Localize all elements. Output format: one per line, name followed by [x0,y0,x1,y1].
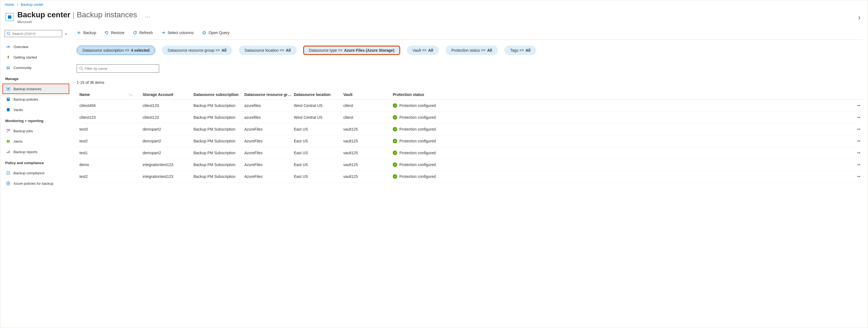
restore-icon [104,31,109,35]
col-rg[interactable]: Datasource resource gr… [244,92,294,97]
success-icon: ✓ [393,162,397,167]
refresh-icon [133,31,137,35]
name-filter[interactable] [77,64,159,72]
table-row[interactable]: test2demopart2Backup PM SubscriptionAzur… [77,135,863,147]
row-menu-icon[interactable]: •• [857,103,863,108]
sidebar-item-alerts[interactable]: Alerts [2,136,69,147]
select-columns-button[interactable]: Select columns [161,31,194,35]
vaults-icon [6,107,11,112]
sidebar-item-backup-reports[interactable]: Backup reports [2,147,69,157]
cell-subscription: Backup PM Subscription [193,174,244,179]
cell-storage: demopart2 [143,151,193,155]
cell-name: clitest456 [77,103,129,108]
filter-datasource-subscription[interactable]: Datasource subscription == 4 selected [77,46,155,55]
table-row[interactable]: clitest456clitest123Backup PM Subscripti… [77,100,863,112]
table-row[interactable]: test2integrationtest123Backup PM Subscri… [77,171,863,183]
name-filter-input[interactable] [83,66,157,71]
filter-vault[interactable]: Vault == All [407,46,439,55]
sidebar-item-label: Alerts [13,140,23,144]
openquery-icon [202,31,207,35]
publisher-label: Microsoft [17,20,858,24]
jobs-icon [6,128,11,133]
sidebar-item-backup-compliance[interactable]: Backup compliance [2,168,69,178]
cell-subscription: Backup PM Subscription [193,103,244,108]
row-menu-icon[interactable]: •• [857,174,863,179]
table-row[interactable]: clitest123clitest123Backup PM Subscripti… [77,112,863,123]
table-row[interactable]: test1demopart2Backup PM SubscriptionAzur… [77,147,863,159]
cell-rg: AzureFiles [244,162,294,167]
row-menu-icon[interactable]: •• [857,139,863,143]
expand-chevron-icon[interactable]: › [858,13,863,22]
sidebar-item-label: Backup instances [13,87,41,91]
cell-name: demo [77,162,129,167]
sidebar-item-label: Backup jobs [13,129,33,133]
svg-point-23 [204,33,204,34]
backup-button[interactable]: Backup [77,31,96,35]
breadcrumb-home[interactable]: Home [5,2,14,7]
filter-datasource-location[interactable]: Datasource location == All [239,46,297,55]
cell-storage: clitest123 [143,103,193,108]
svg-point-21 [203,31,206,34]
cell-name: test2 [77,139,129,143]
svg-point-6 [7,66,8,68]
svg-rect-9 [7,88,9,89]
collapse-sidebar-icon[interactable]: « [65,31,67,36]
refresh-button[interactable]: Refresh [133,31,153,35]
filter-protection-status[interactable]: Protection status == All [445,46,498,55]
cell-vault: vault125 [343,151,393,155]
filter-datasource-type[interactable]: Datasource type == Azure Files (Azure St… [303,46,400,55]
filter-pills: Datasource subscription == 4 selected Da… [77,39,863,58]
restore-button[interactable]: Restore [104,31,125,35]
svg-point-22 [204,32,205,32]
instances-table: Name ↑↓ Storage Account Datasource subsc… [77,90,863,183]
sidebar-search-input[interactable] [10,32,60,36]
cell-vault: vault125 [343,174,393,179]
sidebar-item-azure-policies-for-backup[interactable]: Azure policies for backup [2,178,69,188]
cell-location: West Central US [294,103,343,108]
breadcrumb-parent[interactable]: Backup center [21,2,43,7]
col-name[interactable]: Name [77,92,129,97]
sidebar-item-vaults[interactable]: Vaults [2,105,69,115]
sidebar-item-overview[interactable]: Overview [2,41,69,52]
row-menu-icon[interactable]: •• [857,115,863,120]
cell-location: East US [294,162,343,167]
success-icon: ✓ [393,115,397,120]
more-icon[interactable]: … [140,12,150,19]
success-icon: ✓ [393,139,397,143]
cell-subscription: Backup PM Subscription [193,127,244,131]
policies-icon [6,97,11,102]
col-vault[interactable]: Vault [343,92,393,97]
cell-subscription: Backup PM Subscription [193,151,244,155]
sidebar-search[interactable] [5,30,62,37]
sidebar-item-backup-instances[interactable]: Backup instances [2,84,69,94]
filter-tags[interactable]: Tags == All [504,46,536,55]
success-icon: ✓ [393,151,397,155]
sidebar-item-getting-started[interactable]: Getting started [2,52,69,62]
cell-subscription: Backup PM Subscription [193,139,244,143]
sidebar-item-backup-policies[interactable]: Backup policies [2,94,69,105]
open-query-button[interactable]: Open Query [202,31,229,35]
sidebar-item-backup-jobs[interactable]: Backup jobs [2,126,69,136]
cell-status: ✓Protection configured [393,162,448,167]
col-subscription[interactable]: Datasource subscription [193,92,244,97]
col-storage[interactable]: Storage Account [143,92,193,97]
col-status[interactable]: Protection status [393,92,448,97]
sidebar-item-community[interactable]: Community [2,62,69,73]
group-policy: Policy and compliance [2,157,69,168]
svg-rect-15 [7,152,7,153]
col-location[interactable]: Datasource location [294,92,343,97]
row-menu-icon[interactable]: •• [857,151,863,155]
row-menu-icon[interactable]: •• [857,162,863,167]
table-row[interactable]: demointegrationtest123Backup PM Subscrip… [77,159,863,171]
sort-icon[interactable]: ↑↓ [129,92,143,97]
cell-storage: clitest123 [143,115,193,120]
success-icon: ✓ [393,127,397,131]
row-menu-icon[interactable]: •• [857,127,863,131]
sidebar-item-label: Backup reports [13,150,37,154]
cell-storage: demopart2 [143,127,193,131]
table-row[interactable]: test3demopart2Backup PM SubscriptionAzur… [77,123,863,135]
cell-vault: vault125 [343,127,393,131]
sidebar-item-label: Backup policies [13,97,38,101]
filter-datasource-rg[interactable]: Datasource resource group == All [162,46,232,55]
toolbar: Backup Restore Refresh Select columns Op… [77,29,863,39]
